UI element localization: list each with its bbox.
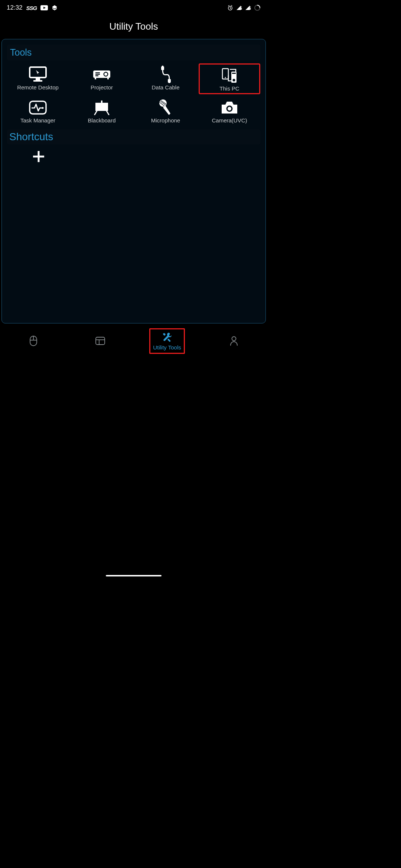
tool-label: Blackboard	[88, 117, 115, 124]
tool-label: Projector	[91, 84, 113, 91]
loading-circle-icon	[254, 4, 261, 11]
tools-icon	[162, 331, 173, 343]
tool-label: Task Manager	[20, 117, 55, 124]
bottom-nav: Utility Tools	[0, 320, 267, 361]
youtube-icon	[40, 5, 48, 10]
svg-rect-43	[167, 338, 171, 342]
tool-label: Camera(UVC)	[212, 117, 247, 124]
svg-rect-15	[95, 75, 98, 76]
ssg-indicator: SSG	[26, 5, 37, 11]
layout-icon	[95, 335, 105, 347]
tool-label: Data Cable	[151, 84, 179, 91]
shortcuts-row	[7, 147, 260, 163]
svg-point-3	[241, 6, 242, 7]
svg-point-44	[232, 337, 236, 341]
signal-1-icon	[236, 5, 242, 10]
svg-rect-4	[250, 8, 251, 10]
status-right	[227, 4, 261, 11]
nav-profile[interactable]	[216, 335, 252, 347]
svg-rect-14	[95, 74, 100, 75]
tool-label: This PC	[219, 85, 239, 92]
signal-2-icon	[245, 5, 251, 10]
mouse-icon	[29, 335, 38, 347]
svg-rect-17	[107, 78, 109, 79]
svg-rect-2	[241, 8, 242, 10]
nav-layout[interactable]	[82, 335, 118, 347]
tool-label: Microphone	[151, 117, 180, 124]
tool-label: Remote Desktop	[17, 84, 59, 91]
monitor-icon	[28, 65, 48, 84]
svg-point-5	[250, 6, 251, 7]
microphone-icon	[158, 98, 173, 117]
tool-remote-desktop[interactable]: Remote Desktop	[7, 63, 69, 94]
camera-icon	[220, 98, 239, 117]
tool-this-pc[interactable]: This PC	[199, 63, 260, 94]
plus-icon	[32, 150, 45, 163]
nav-label: Utility Tools	[153, 344, 181, 351]
status-bar: 12:32 SSG	[0, 0, 267, 16]
svg-rect-30	[101, 101, 102, 103]
cable-icon	[158, 65, 173, 84]
svg-point-28	[42, 107, 44, 109]
svg-point-23	[225, 77, 226, 78]
tool-data-cable[interactable]: Data Cable	[135, 63, 196, 94]
status-left: 12:32 SSG	[7, 4, 58, 11]
projector-icon	[92, 65, 111, 84]
svg-rect-8	[36, 78, 40, 80]
nav-utility-tools[interactable]: Utility Tools	[149, 328, 185, 354]
svg-rect-9	[33, 80, 42, 82]
main-panel: Tools Remote Desktop	[1, 39, 266, 323]
add-shortcut-button[interactable]	[7, 149, 71, 163]
svg-point-33	[228, 107, 231, 111]
svg-rect-16	[95, 78, 96, 79]
shortcuts-section-title: Shortcuts	[7, 129, 260, 144]
svg-rect-25	[232, 73, 236, 74]
tools-section-title: Tools	[7, 45, 260, 60]
blackboard-icon	[93, 98, 110, 117]
svg-rect-18	[161, 66, 164, 70]
tool-blackboard[interactable]: Blackboard	[71, 96, 133, 125]
svg-rect-40	[96, 337, 105, 345]
svg-rect-19	[162, 66, 163, 67]
app-icon	[52, 5, 58, 10]
svg-point-12	[104, 73, 107, 76]
page-title: Utility Tools	[0, 16, 267, 39]
phone-pc-icon	[220, 66, 239, 85]
svg-rect-29	[95, 103, 108, 111]
alarm-icon	[227, 5, 233, 11]
home-indicator[interactable]	[106, 575, 162, 576]
task-manager-icon	[28, 98, 48, 117]
nav-mouse[interactable]	[16, 335, 51, 347]
tools-grid: Remote Desktop Projector	[7, 63, 260, 126]
profile-icon	[229, 335, 238, 347]
svg-rect-36	[33, 156, 44, 158]
tool-microphone[interactable]: Microphone	[135, 96, 196, 125]
tool-task-manager[interactable]: Task Manager	[7, 96, 69, 125]
tool-camera[interactable]: Camera(UVC)	[199, 96, 260, 125]
svg-point-26	[233, 79, 235, 82]
svg-rect-21	[169, 82, 170, 83]
tool-projector[interactable]: Projector	[71, 63, 133, 94]
svg-rect-13	[95, 72, 100, 73]
status-time: 12:32	[7, 4, 23, 11]
